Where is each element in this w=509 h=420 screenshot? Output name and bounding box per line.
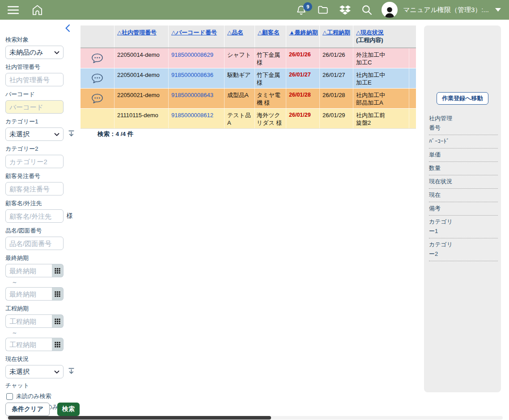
sort-link-current-status[interactable]: △現在状況 bbox=[356, 29, 384, 36]
customer-order-label: 顧客発注番号 bbox=[5, 172, 80, 180]
cell-customer-name: 竹下金属 様 bbox=[254, 48, 286, 68]
cell-internal-no: 22050021-demo bbox=[114, 89, 168, 108]
clear-conditions-button[interactable]: 条件クリア bbox=[5, 403, 50, 416]
column-header-internal-no[interactable]: △社内管理番号 bbox=[114, 25, 168, 47]
cell-final-due: 26/01/29 bbox=[286, 109, 319, 128]
topbar-right: 9 マニュアル権限（管理3）: bbox=[296, 2, 509, 18]
barcode-link[interactable]: 9185000008612 bbox=[171, 112, 213, 119]
sort-link-internal-no[interactable]: △社内管理番号 bbox=[117, 29, 157, 36]
final-due-label: 最終納期 bbox=[5, 254, 80, 262]
customer-order-input[interactable] bbox=[5, 182, 64, 195]
final-due-to-input[interactable] bbox=[5, 287, 52, 301]
item-label: 品名/図面番号 bbox=[5, 227, 80, 235]
chat-bubble-icon[interactable] bbox=[91, 73, 103, 84]
process-due-from-input[interactable] bbox=[5, 314, 52, 328]
table-row[interactable]: 22050014-demo9185000008636駆動ギア竹下金属 様26/0… bbox=[81, 68, 416, 89]
category1-select[interactable]: 未選択 bbox=[5, 127, 64, 141]
customer-input[interactable] bbox=[5, 209, 64, 223]
status-select[interactable]: 未選択 bbox=[5, 365, 64, 378]
calendar-icon[interactable] bbox=[52, 287, 64, 301]
chevron-down-icon bbox=[54, 51, 59, 54]
calendar-icon[interactable] bbox=[52, 314, 64, 328]
column-header-chat bbox=[81, 25, 114, 47]
item-input[interactable] bbox=[5, 237, 64, 250]
cell-chat bbox=[81, 89, 114, 108]
category1-expand-icon[interactable] bbox=[68, 130, 75, 139]
barcode-link[interactable]: 9185000008643 bbox=[171, 92, 213, 98]
column-header-customer-name[interactable]: △顧客名 bbox=[254, 25, 286, 47]
internal-no-input[interactable] bbox=[5, 73, 64, 86]
calendar-icon[interactable] bbox=[52, 338, 64, 351]
chat-bubble-icon[interactable] bbox=[91, 53, 103, 64]
search-button[interactable]: 検索 bbox=[57, 403, 80, 416]
cell-item-name: 成型品A bbox=[224, 89, 254, 108]
panel-field-label: 数量 bbox=[429, 163, 458, 173]
table-row[interactable]: 22050021-demo9185000008643成型品Aタミヤ電機 様26/… bbox=[81, 89, 416, 109]
cell-barcode-no: 9185000008612 bbox=[168, 109, 224, 128]
calendar-icon[interactable] bbox=[52, 264, 64, 277]
cell-process-due: 26/01/29 bbox=[319, 109, 353, 128]
panel-field-category1: カテゴリー1 bbox=[429, 216, 498, 238]
cell-barcode-no: 9185000008629 bbox=[168, 48, 224, 68]
panel-field-label: 単価 bbox=[429, 150, 458, 159]
customer-label: 顧客名/外注先 bbox=[5, 199, 80, 208]
column-header-current-status[interactable]: △現在状況(工程内容) bbox=[353, 25, 409, 47]
chat-bubble-icon[interactable] bbox=[91, 93, 103, 104]
table-row[interactable]: 22050014-demo9185000008629シャフト竹下金属 様26/0… bbox=[81, 48, 416, 68]
cell-process-due: 26/01/26 bbox=[319, 48, 353, 68]
sort-link-barcode-no[interactable]: △バーコード番号 bbox=[171, 29, 217, 36]
table-header: △社内管理番号△バーコード番号△品名△顧客名▲最終納期△工程納期△現在状況(工程… bbox=[81, 25, 416, 48]
barcode-link[interactable]: 9185000008636 bbox=[171, 72, 213, 78]
category2-input[interactable] bbox=[5, 155, 64, 168]
move-to-work-registration-button[interactable]: 作業登録へ移動 bbox=[437, 92, 488, 105]
home-icon[interactable] bbox=[31, 4, 43, 16]
sort-link-item-name[interactable]: △品名 bbox=[227, 29, 243, 36]
horizontal-scrollbar-thumb[interactable] bbox=[8, 416, 271, 420]
result-count: 検索：4 /4 件 bbox=[98, 130, 133, 138]
panel-field-label: 社内管理番号 bbox=[429, 114, 458, 132]
column-header-process-due[interactable]: △工程納期 bbox=[319, 25, 353, 47]
caret-down-icon[interactable] bbox=[495, 8, 501, 12]
chat-unread-checkbox[interactable] bbox=[6, 393, 13, 400]
final-due-from-input[interactable] bbox=[5, 264, 52, 277]
cell-current-status: 外注加工中加工C bbox=[353, 48, 409, 68]
barcode-input[interactable] bbox=[5, 100, 64, 114]
panel-field-quantity: 数量 bbox=[429, 162, 498, 175]
cell-customer-name: 海外ツクリダス 様 bbox=[254, 109, 286, 128]
search-target-select[interactable]: 未納品のみ bbox=[5, 46, 64, 59]
search-target-label: 検索対象 bbox=[5, 36, 80, 44]
search-icon[interactable] bbox=[361, 4, 373, 16]
column-header-final-due[interactable]: ▲最終納期 bbox=[286, 25, 319, 47]
sort-link-final-due[interactable]: ▲最終納期 bbox=[289, 29, 318, 36]
avatar[interactable] bbox=[382, 2, 398, 18]
barcode-link[interactable]: 9185000008629 bbox=[171, 51, 213, 58]
table-row[interactable]: 21110115-demo9185000008612テスト品A海外ツクリダス 様… bbox=[81, 109, 416, 129]
chat-label: チャット bbox=[5, 382, 80, 390]
menu-icon[interactable] bbox=[8, 6, 19, 14]
cell-item-name: 駆動ギア bbox=[224, 68, 254, 88]
cell-process-due: 26/01/27 bbox=[319, 68, 353, 88]
notifications-bell-icon[interactable]: 9 bbox=[296, 4, 307, 16]
chevron-down-icon bbox=[54, 370, 59, 373]
notification-badge: 9 bbox=[303, 2, 312, 11]
process-due-to-input[interactable] bbox=[5, 338, 52, 351]
account-name[interactable]: マニュアル権限（管理3）:... bbox=[403, 6, 489, 14]
detail-panel: 作業登録へ移動 社内管理番号ﾊﾞｰｺｰﾄﾞ単価数量現在状況現在備考カテゴリー1カ… bbox=[424, 25, 501, 392]
collapse-sidebar-icon[interactable] bbox=[65, 24, 70, 34]
cell-item-name: テスト品A bbox=[224, 109, 254, 128]
column-header-barcode-no[interactable]: △バーコード番号 bbox=[168, 25, 224, 47]
status-expand-icon[interactable] bbox=[68, 368, 75, 376]
dropbox-icon[interactable] bbox=[339, 4, 351, 16]
column-header-item-name[interactable]: △品名 bbox=[224, 25, 254, 47]
detail-fields: 社内管理番号ﾊﾞｰｺｰﾄﾞ単価数量現在状況現在備考カテゴリー1カテゴリー2 bbox=[429, 112, 498, 261]
horizontal-scrollbar-track[interactable] bbox=[6, 416, 503, 420]
panel-field-remarks: 備考 bbox=[429, 202, 498, 216]
cell-trailing bbox=[409, 89, 416, 108]
status-label: 現在状況 bbox=[5, 355, 80, 363]
panel-field-label: 現在状況 bbox=[429, 177, 458, 186]
column-header-sub: (工程内容) bbox=[356, 36, 407, 44]
sort-link-customer-name[interactable]: △顧客名 bbox=[258, 29, 280, 36]
folder-icon[interactable] bbox=[317, 4, 329, 16]
cell-process-due: 26/01/28 bbox=[319, 89, 353, 108]
sort-link-process-due[interactable]: △工程納期 bbox=[322, 29, 350, 36]
